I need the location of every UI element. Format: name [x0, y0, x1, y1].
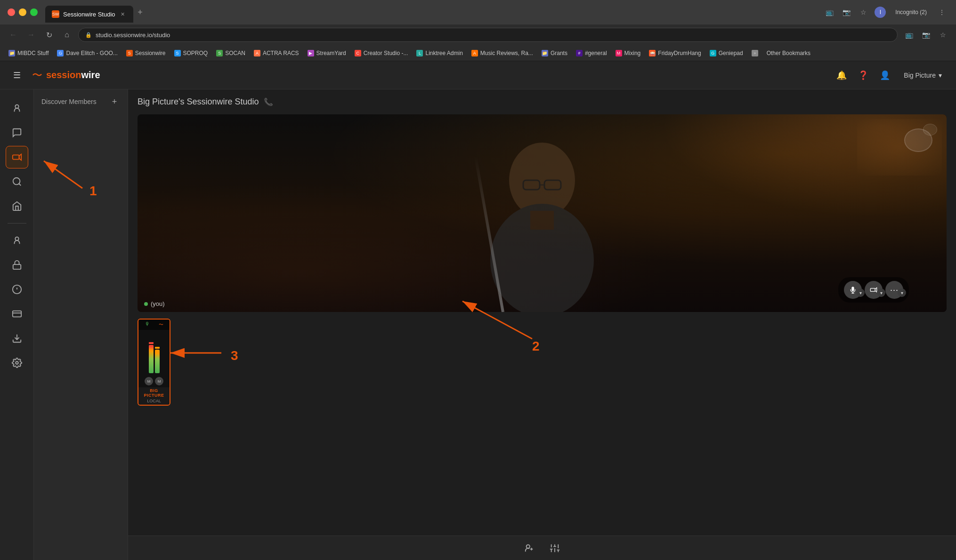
- tab-label: Sessionwire Studio: [63, 11, 115, 18]
- add-member-button[interactable]: +: [109, 96, 120, 107]
- nav-cast-icon[interactable]: 📺: [902, 28, 915, 41]
- bookmark-music[interactable]: A Music Reviews, Ra...: [468, 48, 537, 58]
- bookmark-creator[interactable]: C Creator Studio -...: [351, 48, 412, 58]
- more-options-chevron[interactable]: ▾: [898, 288, 906, 297]
- thumbnail-name: BIG PICTURE: [138, 387, 170, 399]
- nav-screenshot-icon[interactable]: 📷: [919, 28, 932, 41]
- meter-bar-right: [155, 350, 160, 373]
- more-button-group: ··· ▾: [885, 281, 903, 299]
- bookmark-actra[interactable]: A ACTRA RACS: [250, 48, 303, 58]
- sidebar-search-button[interactable]: [6, 170, 28, 193]
- mixer-button[interactable]: [546, 539, 564, 557]
- bookmark-mixing[interactable]: M Mixing: [612, 48, 645, 58]
- sidebar-info-button[interactable]: [6, 278, 28, 301]
- nav-star-icon[interactable]: ☆: [936, 28, 949, 41]
- home-button[interactable]: ⌂: [60, 28, 73, 41]
- sidebar-security-button[interactable]: [6, 254, 28, 276]
- mute-left-button[interactable]: M: [145, 377, 153, 385]
- bookmark-socan[interactable]: S SOCAN: [212, 48, 249, 58]
- studio-header: Big Picture's Sessionwire Studio 📞: [128, 89, 956, 114]
- reload-button[interactable]: ↻: [42, 28, 56, 41]
- bookmark-general[interactable]: # #general: [572, 48, 611, 58]
- thumb-mic-icon: 🎙: [145, 321, 150, 328]
- bookmark-label: #general: [585, 50, 607, 56]
- tab-close-button[interactable]: ✕: [119, 10, 127, 18]
- svg-point-5: [15, 237, 18, 240]
- bookmark-more[interactable]: »: [748, 48, 762, 58]
- menu-icon[interactable]: ⋮: [935, 6, 948, 19]
- sidebar-video-button[interactable]: [6, 146, 28, 168]
- bookmark-label: Sessionwire: [135, 50, 166, 56]
- incognito-label: Incognito (2): [895, 9, 927, 16]
- user-profile-icon[interactable]: 👤: [877, 68, 892, 83]
- bookmarks-bar: 📁 MIBDC Stuff G Dave Elitch - GOO... S S…: [0, 45, 956, 61]
- bookmark-mibdc[interactable]: 📁 MIBDC Stuff: [5, 48, 52, 58]
- thumbnail-card[interactable]: 🎙 〜: [138, 319, 170, 406]
- thumb-wave-icon: 〜: [159, 321, 163, 328]
- bookmark-label: Geniepad: [719, 50, 743, 56]
- camera-options-chevron[interactable]: ▾: [877, 288, 885, 297]
- app-body: Discover Members + Big Picture's Session…: [0, 89, 956, 560]
- logo-text: sessionwire: [46, 70, 100, 80]
- bookmark-other[interactable]: Other Bookmarks: [763, 48, 814, 58]
- sidebar-billing-button[interactable]: [6, 303, 28, 325]
- maximize-button[interactable]: [30, 8, 38, 16]
- meter-bar-left: [149, 345, 154, 373]
- svg-point-13: [16, 361, 18, 364]
- bookmark-label: SOCAN: [225, 50, 245, 56]
- app-header-left: ☰ 〜 sessionwire: [9, 68, 100, 83]
- sidebar-downloads-button[interactable]: [6, 327, 28, 350]
- forward-button[interactable]: →: [24, 28, 38, 41]
- bookmark-drum[interactable]: 🥁 FridayDrumHang: [645, 48, 705, 58]
- sidebar-messages-button[interactable]: [6, 121, 28, 144]
- add-participant-button[interactable]: [520, 539, 538, 557]
- svg-rect-10: [12, 311, 21, 317]
- svg-rect-1: [12, 155, 19, 159]
- bookmark-soproq[interactable]: S SOPROQ: [170, 48, 212, 58]
- help-button[interactable]: ❓: [856, 68, 871, 83]
- bookmark-grants[interactable]: 📁 Grants: [538, 48, 571, 58]
- bookmark-icon[interactable]: ☆: [857, 6, 870, 19]
- back-button[interactable]: ←: [7, 28, 20, 41]
- sidebar-settings-button[interactable]: [6, 352, 28, 374]
- user-profile-button[interactable]: Big Picture ▾: [899, 70, 947, 81]
- bookmark-favicon: S: [174, 50, 181, 56]
- person-area: [138, 114, 947, 312]
- bookmark-geniepad[interactable]: G Geniepad: [706, 48, 747, 58]
- bookmark-sessionwire[interactable]: S Sessionwire: [122, 48, 170, 58]
- sidebar-profile-button[interactable]: [6, 229, 28, 252]
- bookmark-linktree[interactable]: L Linktree Admin: [413, 48, 466, 58]
- browser-nav: ← → ↻ ⌂ 🔒 studio.sessionwire.io/studio 📺…: [0, 24, 956, 45]
- minimize-button[interactable]: [19, 8, 26, 16]
- mute-right-button[interactable]: M: [155, 377, 163, 385]
- sidebar-secondary-header: Discover Members +: [34, 89, 128, 114]
- thumbnail-video: 🎙 〜: [138, 320, 170, 375]
- notifications-button[interactable]: 🔔: [834, 68, 849, 83]
- svg-point-22: [527, 544, 530, 548]
- bookmark-favicon: A: [254, 50, 260, 56]
- lock-icon: 🔒: [85, 32, 92, 38]
- svg-marker-21: [875, 288, 876, 292]
- bookmark-favicon: #: [576, 50, 583, 56]
- mic-options-chevron[interactable]: ▾: [856, 288, 865, 297]
- new-tab-button[interactable]: +: [133, 5, 147, 19]
- bookmark-favicon: 📁: [542, 50, 548, 56]
- screenshot-icon[interactable]: 📷: [840, 6, 853, 19]
- bookmark-favicon: M: [616, 50, 622, 56]
- profile-icon-btn[interactable]: I: [874, 6, 887, 19]
- bookmark-streamyard[interactable]: ▶ StreamYard: [304, 48, 350, 58]
- close-button[interactable]: [8, 8, 15, 16]
- bookmark-label: Music Reviews, Ra...: [480, 50, 533, 56]
- svg-line-4: [19, 184, 21, 185]
- sidebar-home-button[interactable]: [6, 195, 28, 217]
- sidebar-divider: [8, 223, 26, 224]
- address-bar[interactable]: 🔒 studio.sessionwire.io/studio: [78, 28, 898, 42]
- active-tab[interactable]: SW Sessionwire Studio ✕: [45, 6, 133, 23]
- hamburger-button[interactable]: ☰: [9, 68, 24, 83]
- bookmark-dave[interactable]: G Dave Elitch - GOO...: [53, 48, 121, 58]
- incognito-badge: Incognito (2): [891, 8, 932, 17]
- url-text: studio.sessionwire.io/studio: [96, 32, 170, 39]
- cast-icon[interactable]: 📺: [823, 6, 836, 19]
- sidebar-contacts-button[interactable]: [6, 97, 28, 120]
- bookmark-favicon: »: [752, 50, 758, 56]
